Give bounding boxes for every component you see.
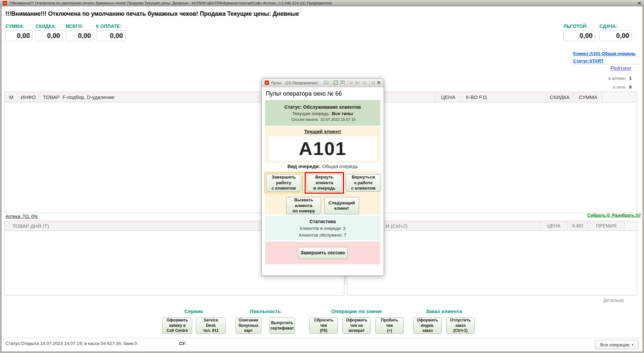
current-client-label: Текщий клиент — [304, 129, 341, 134]
calendar-day-label: 31 — [341, 82, 344, 84]
session-status-panel: Статус: Обслуживание клиентов Текущая оч… — [265, 100, 380, 126]
group-title: Заказ клиента — [413, 308, 475, 314]
call-by-number-button[interactable]: Вызвать клиента по номеру — [286, 197, 321, 214]
statistics-title: Статистика — [309, 219, 336, 224]
dialog-titlebar[interactable]: 1С Пульт... (1С:Предприятие) 31 M M+ M- … — [262, 79, 384, 87]
bonus-cards-info-button[interactable]: Описание бонусных карт — [235, 317, 261, 334]
group-buttons: Оформить индив. заказ Отпустить заказ (C… — [413, 317, 475, 334]
promo-table-header: И (Ctrl+2) ЦЕНА К-ВО ПРЕМИЯ — [347, 221, 637, 231]
details-label: Детально — [603, 298, 624, 303]
total-value-input[interactable]: 0,00 — [66, 30, 94, 41]
column-header-bonus: ПРЕМИЯ — [588, 221, 625, 231]
action-group-loyalty: Лояльность Описание бонусных карт Выпуст… — [235, 308, 295, 334]
action-group-shift-operations: Операции по смене Сбросить чек (F6) Офор… — [309, 308, 404, 334]
column-header-scroll-strip — [603, 92, 637, 102]
column-header-price: ЦЕНА — [435, 92, 461, 102]
total-value-input[interactable]: 0,00 — [599, 30, 632, 41]
call-centre-request-button[interactable]: Оформить заявку в Call Centre — [162, 317, 192, 334]
total-value-input[interactable]: 0,00 — [96, 30, 126, 41]
1c-logo-icon: 1С — [3, 1, 7, 5]
calculator-icon[interactable] — [334, 81, 338, 85]
total-value-input[interactable]: 0,00 — [563, 30, 595, 41]
next-client-button[interactable]: Следующий клиент — [324, 197, 359, 214]
current-client-panel: Текщий клиент А101 Вид очереди:Общая оче… — [265, 127, 380, 214]
finish-client-button[interactable]: Завершить работу с клиентом — [266, 174, 301, 192]
session-label: Сессия начата: — [291, 117, 318, 121]
back-to-work-button[interactable]: Вернуться к работе с клиентом — [346, 174, 381, 192]
maximize-icon[interactable]: □ — [372, 80, 375, 85]
client-link-row: Клиент:А101 Общая очередь — [573, 50, 640, 57]
column-header-price: ЦЕНА — [540, 221, 567, 231]
all-operations-button[interactable]: Все операции ▾ — [595, 340, 639, 349]
status-link[interactable]: Статус:START — [573, 58, 604, 63]
column-header-qty: К-ВО F11 — [461, 92, 546, 102]
session-start-line: Сессия начата:10.07.2023 15:57:15 — [290, 117, 356, 121]
total-label: СКИДКА: — [36, 23, 63, 29]
total-field-sdacha: СДАЧА: 0,00 — [599, 23, 632, 41]
calendar-icon[interactable]: 31 — [340, 81, 345, 85]
counter-value: 0 — [629, 85, 632, 90]
print-receipt-button[interactable]: Пробить чек (+) — [375, 317, 404, 334]
window-titlebar: 1С !!!Внимание!!! Отключена по умолчанию… — [0, 0, 644, 6]
shift-status-text: Статус:Открыта 10.07.2023 14:07:19, в ка… — [5, 341, 137, 346]
queue-label: Текущая очередь: — [292, 111, 330, 116]
warning-banner: !!!Внимание!!! Отключена по умолчанию пе… — [5, 10, 299, 17]
close-icon[interactable]: ✕ — [638, 1, 641, 6]
all-operations-label: Все операции — [600, 342, 629, 347]
end-session-button[interactable]: Завершить сессию — [298, 247, 348, 259]
promo-table-body[interactable] — [347, 231, 637, 296]
total-label: ВСЕГО: — [66, 23, 94, 29]
1c-logo-icon: 1С — [265, 81, 269, 85]
counter-label: в сети: — [613, 85, 626, 90]
total-value-input[interactable]: 0,00 — [5, 30, 33, 41]
memory-minus-button[interactable]: M- — [362, 81, 367, 85]
total-value-input[interactable]: 0,00 — [36, 30, 63, 41]
toolbar-separator — [331, 81, 331, 85]
rating-link[interactable]: Рейтинг — [610, 65, 632, 71]
return-receipt-button[interactable]: Оформить чек на возврат — [342, 317, 371, 334]
toolbar-separator — [369, 81, 370, 85]
counter-label: в аптеке: — [608, 76, 626, 81]
window-title: !!!Внимание!!! Отключена по умолчанию пе… — [9, 1, 332, 5]
total-field-vsego: ВСЕГО: 0,00 — [66, 23, 94, 41]
total-field-skidka: СКИДКА: 0,00 — [36, 23, 63, 41]
return-client-button[interactable]: Вернуть клиента в очередь — [307, 174, 342, 192]
memory-plus-button[interactable]: M+ — [355, 81, 360, 85]
column-header-scroll-strip — [625, 221, 637, 231]
queue-type-line: Вид очереди:Общая очередь — [265, 162, 381, 171]
queue-links: Клиент:А101 Общая очередь Статус:START — [573, 50, 640, 65]
column-header-qty: К-ВО — [567, 221, 588, 231]
column-header-info: ИНФО — [18, 92, 39, 102]
pane-splitter-handle[interactable] — [344, 276, 346, 285]
service-desk-button[interactable]: Service Desk тел. 911 — [196, 317, 226, 334]
reset-receipt-button[interactable]: Сбросить чек (F6) — [309, 317, 338, 334]
su-label: СУ: — [179, 341, 186, 346]
print-icon[interactable] — [324, 81, 329, 85]
focus-outline: Завершить работу с клиентом — [264, 172, 303, 193]
counter-in-pharmacy: в аптеке: 1 — [608, 76, 632, 81]
session-value: 10.07.2023 15:57:15 — [320, 117, 356, 121]
client-link[interactable]: Клиент:А101 Общая очередь — [573, 51, 636, 56]
status-line: Статус: Обслуживание клиентов — [285, 104, 361, 110]
call-actions-row: Вызвать клиента по номеру Следующий клие… — [286, 197, 359, 214]
pharmacy-to-link[interactable]: Аптека: ТО: 0% — [5, 214, 38, 219]
release-order-button[interactable]: Отпустить заказ (Ctrl+1) — [446, 317, 475, 334]
close-icon[interactable]: ✕ — [377, 80, 381, 85]
collect-link[interactable]: Собрать:0, Разобрать:57 — [587, 213, 641, 218]
chevron-down-icon: ▾ — [632, 343, 634, 347]
individual-order-button[interactable]: Оформить индив. заказ — [413, 317, 442, 334]
memory-button[interactable]: M — [350, 81, 353, 85]
total-label: ЛЬГОТОЙ: — [563, 23, 595, 29]
total-field-lgotoy: ЛЬГОТОЙ: 0,00 — [563, 23, 595, 41]
dialog-toolbar: 31 M M+ M- □ ✕ — [324, 80, 381, 85]
end-session-panel: Завершить сессию — [265, 242, 380, 264]
group-buttons: Сбросить чек (F6) Оформить чек на возвра… — [309, 317, 404, 334]
clients-served: Клиентов обслужено: 7 — [299, 233, 346, 238]
column-header-m: М — [5, 92, 18, 102]
status-bar: Статус:Открыта 10.07.2023 14:07:19, в ка… — [2, 338, 642, 351]
column-header-discount: СКИДКА — [546, 92, 574, 102]
group-buttons: Оформить заявку в Call Centre Service De… — [162, 317, 226, 334]
group-title: Операции по смене — [309, 308, 404, 314]
issue-certificate-button[interactable]: Выпустить сертификат — [269, 317, 295, 334]
total-label: СУММА: — [5, 23, 33, 29]
